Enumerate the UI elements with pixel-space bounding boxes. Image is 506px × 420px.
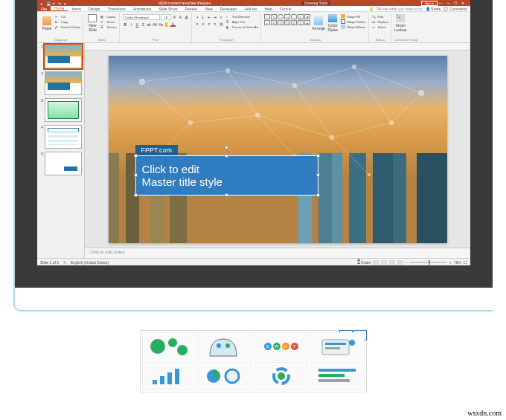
tab-transitions[interactable]: Transitions — [104, 6, 129, 11]
cut-button[interactable]: ✂Cut — [55, 14, 80, 19]
thumbnail-slide-4[interactable] — [45, 125, 82, 149]
shape-elbow-icon[interactable]: ⌐ — [264, 20, 270, 25]
shape-brace2-icon[interactable]: } — [298, 20, 304, 25]
shadow-button[interactable]: ab — [147, 22, 152, 27]
copy-button[interactable]: ⧉Copy — [55, 19, 80, 24]
shape-more-icon[interactable]: ▾ — [304, 14, 310, 19]
shapes-gallery[interactable]: ＼ → △ ▾ ⌐ ∿ ☆ ⬡ { } ▸ — [264, 14, 310, 25]
tab-insert[interactable]: Insert — [68, 6, 85, 11]
spacing-button[interactable]: AV — [153, 22, 158, 27]
justify-button[interactable]: ≡ — [213, 21, 218, 26]
autosave-icon[interactable]: ● — [40, 1, 44, 5]
ad-thumb-6[interactable] — [198, 362, 252, 390]
shape-callout-icon[interactable]: ⬡ — [284, 20, 290, 25]
layout-button[interactable]: ▦Layout — [100, 14, 116, 19]
tab-addins[interactable]: Add-ins — [240, 6, 260, 11]
tab-help[interactable]: Help — [260, 6, 275, 11]
tell-me-input[interactable]: Tell me what you want to do — [377, 7, 423, 11]
italic-button[interactable]: I — [129, 22, 134, 27]
shape-effects-button[interactable]: Shape Effects — [341, 25, 365, 29]
maximize-icon[interactable]: ☐ — [454, 1, 460, 5]
zoom-in-button[interactable]: + — [449, 260, 452, 265]
clear-format-button[interactable]: A̸ — [184, 15, 189, 20]
thumbnail-slide-3[interactable] — [45, 98, 82, 122]
language-label[interactable]: English (United States) — [71, 260, 109, 265]
resize-handle[interactable] — [316, 154, 320, 158]
ad-thumb-1[interactable] — [142, 332, 196, 361]
case-button[interactable]: Aa — [158, 22, 164, 27]
tab-review[interactable]: Review — [182, 6, 201, 11]
thumbnail-slide-5[interactable] — [45, 152, 82, 175]
qat-more-icon[interactable]: ▾ — [64, 1, 68, 5]
tab-home[interactable]: Home — [51, 6, 68, 11]
slide-counter[interactable]: Slide 1 of 5 — [40, 260, 59, 265]
ribbon-options-icon[interactable]: ⋯ — [439, 1, 445, 5]
resize-handle[interactable] — [225, 193, 228, 197]
signin-button[interactable]: Sign in — [421, 1, 438, 6]
spellcheck-icon[interactable]: ✎ — [63, 260, 66, 265]
ad-thumb-4[interactable] — [310, 332, 364, 361]
strike-button[interactable]: S — [141, 22, 146, 27]
font-name-select[interactable]: Calibri (Headings) — [123, 14, 160, 20]
tab-animations[interactable]: Animations — [129, 6, 156, 11]
tab-slideshow[interactable]: Slide Show — [156, 6, 182, 11]
slide-thumbnail-pane[interactable]: 1 2 3 4 5 — [37, 43, 85, 258]
slideshow-view-button[interactable] — [397, 260, 403, 265]
grow-font-button[interactable]: A — [172, 15, 177, 20]
tab-view[interactable]: View — [201, 6, 217, 11]
font-color-button[interactable]: A — [170, 22, 176, 27]
thumbnail-slide-2[interactable] — [45, 71, 82, 95]
shape-outline-button[interactable]: Shape Outline — [341, 19, 365, 24]
shape-oval-icon[interactable] — [278, 14, 284, 19]
close-icon[interactable]: ✕ — [461, 1, 467, 5]
ad-thumb-8[interactable] — [310, 362, 364, 390]
shape-brace-icon[interactable]: { — [291, 20, 297, 25]
resize-handle[interactable] — [316, 173, 320, 177]
redo-icon[interactable]: ↷ — [58, 1, 62, 5]
format-painter-button[interactable]: 🖌Format Painter — [55, 25, 80, 29]
text-direction-button[interactable]: ↕Text Direction — [226, 14, 258, 19]
resize-handle[interactable] — [134, 173, 138, 177]
notes-toggle[interactable]: ≣ Notes — [357, 260, 371, 265]
line-spacing-button[interactable]: ≡ — [219, 14, 224, 19]
quick-styles-button[interactable]: Quick Styles — [327, 14, 339, 32]
columns-button[interactable]: ▥ — [219, 21, 224, 26]
reading-view-button[interactable] — [389, 260, 395, 265]
sorter-view-button[interactable] — [381, 260, 387, 265]
shrink-font-button[interactable]: A — [178, 15, 183, 20]
section-button[interactable]: ☰Section — [100, 25, 116, 29]
resize-handle[interactable] — [134, 154, 138, 158]
indent-dec-button[interactable]: ⇤ — [207, 14, 212, 19]
smart-lookup-button[interactable]: 🔍Smart Lookup — [394, 14, 406, 32]
smartart-button[interactable]: ◧Convert to SmartArt — [226, 25, 258, 29]
tab-format[interactable]: Format — [276, 6, 295, 11]
rotate-handle[interactable] — [225, 146, 228, 149]
shape-curve-icon[interactable]: ∿ — [271, 20, 277, 25]
zoom-out-button[interactable]: − — [406, 260, 408, 265]
shape-line-icon[interactable]: ＼ — [271, 14, 277, 19]
share-button[interactable]: 👤 Share — [426, 7, 441, 11]
replace-button[interactable]: abReplace — [372, 19, 389, 24]
resize-handle[interactable] — [316, 193, 320, 197]
minimize-icon[interactable]: — — [446, 1, 452, 5]
arrange-button[interactable]: Arrange — [313, 14, 324, 32]
select-button[interactable]: ▭Select — [372, 25, 389, 29]
resize-handle[interactable] — [134, 193, 138, 197]
shape-rect-icon[interactable] — [264, 14, 270, 19]
reset-button[interactable]: ↺Reset — [100, 19, 116, 24]
align-right-button[interactable]: ≡ — [207, 21, 212, 26]
undo-icon[interactable]: ↶ — [52, 1, 56, 5]
tab-developer[interactable]: Developer — [217, 6, 241, 11]
zoom-level[interactable]: 76% — [454, 260, 461, 265]
ad-thumb-7[interactable] — [254, 362, 308, 390]
align-left-button[interactable]: ≡ — [195, 21, 200, 26]
shape-star-icon[interactable]: ☆ — [278, 20, 284, 25]
zoom-slider[interactable] — [410, 262, 447, 263]
underline-button[interactable]: U — [135, 22, 140, 27]
tab-file[interactable]: File — [37, 6, 51, 11]
paste-button[interactable]: Paste — [41, 14, 53, 32]
ad-thumb-2[interactable] — [198, 332, 252, 361]
indent-inc-button[interactable]: ⇥ — [213, 14, 218, 19]
tab-design[interactable]: Design — [85, 6, 104, 11]
normal-view-button[interactable] — [373, 260, 379, 265]
